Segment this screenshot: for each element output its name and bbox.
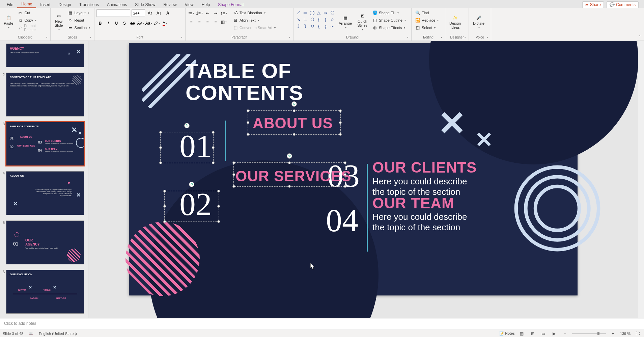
shape-outline-button[interactable]: ▢Shape Outline▾ <box>371 17 407 24</box>
slide-thumbnail-2[interactable]: CONTENTS OF THIS TEMPLATE Here's what yo… <box>6 73 84 116</box>
toc-number-04[interactable]: 04 <box>326 202 358 239</box>
char-spacing-button[interactable]: AV▾ <box>137 20 144 27</box>
find-button[interactable]: 🔍Find <box>414 9 440 16</box>
share-button[interactable]: ➦Share <box>582 1 604 8</box>
design-ideas-button[interactable]: ✨Design Ideas <box>447 9 463 35</box>
toc-number-02[interactable]: 02 <box>179 185 212 223</box>
tab-slideshow[interactable]: Slide Show <box>131 1 159 8</box>
numbering-button[interactable]: 1≡▾ <box>196 9 203 17</box>
tab-file[interactable]: File <box>3 1 17 8</box>
notes-toggle-button[interactable]: 📝 Notes <box>499 331 515 336</box>
status-language[interactable]: English (United States) <box>39 332 77 336</box>
font-color-button[interactable]: A▾ <box>161 20 169 27</box>
voice-group-label: Voice <box>471 35 489 40</box>
slide-thumbnail-3[interactable]: TABLE OF CONTENTS ✕✕ 01 ABOUT US 02 OUR … <box>6 122 84 166</box>
layout-button[interactable]: ▦Layout▾ <box>66 9 91 16</box>
reset-icon: ↺ <box>67 18 73 23</box>
tab-design[interactable]: Design <box>54 1 75 8</box>
underline-button[interactable]: U <box>113 20 120 27</box>
text-direction-button[interactable]: ↕AText Direction▾ <box>231 9 277 16</box>
reset-button[interactable]: ↺Reset <box>66 17 91 24</box>
increase-indent-button[interactable]: ⇥ <box>212 9 219 17</box>
copy-label: Copy <box>24 18 33 22</box>
font-name-input[interactable] <box>96 9 130 17</box>
zoom-in-button[interactable]: + <box>609 331 617 337</box>
desc-our-clients[interactable]: Here you could describe the topic of the… <box>372 176 467 197</box>
columns-button[interactable]: ▥▾ <box>220 18 227 26</box>
italic-button[interactable]: I <box>105 20 112 27</box>
slide-thumbnail-1[interactable]: AGENCY Here is where your presentation b… <box>6 44 84 67</box>
tab-transitions[interactable]: Transitions <box>75 1 103 8</box>
bullets-button[interactable]: •≡▾ <box>188 9 195 17</box>
toc-number-01[interactable]: 01 <box>179 127 212 165</box>
copy-button[interactable]: ⧉Copy▾ <box>16 17 48 24</box>
slideshow-view-button[interactable]: ▶ <box>551 331 558 337</box>
slide-thumbnail-5[interactable]: 01 OUR AGENCY You could enter a subtitle… <box>6 221 84 264</box>
new-slide-button[interactable]: ▭ New Slide▾ <box>53 9 65 35</box>
quick-styles-button[interactable]: ◩Quick Styles▾ <box>355 9 369 35</box>
section-button[interactable]: ☰Section▾ <box>66 24 91 31</box>
heading-about-us[interactable]: ABOUT US <box>253 115 333 132</box>
slide-thumbnail-6[interactable]: OUR EVOLUTION JUPITER VENUS SATURN NEPTU… <box>6 270 84 314</box>
change-case-button[interactable]: Aa▾ <box>145 20 152 27</box>
slide-thumbnail-4[interactable]: ABOUT US It could be the part of the pre… <box>6 171 84 215</box>
zoom-slider-thumb[interactable] <box>597 332 599 335</box>
collapse-ribbon-button[interactable]: ˄ <box>636 33 644 41</box>
shadow-button[interactable]: S <box>121 20 128 27</box>
fit-to-window-button[interactable]: ⛶ <box>634 331 641 337</box>
zoom-level[interactable]: 139 % <box>620 332 631 336</box>
zoom-slider[interactable] <box>572 333 606 334</box>
dictate-button[interactable]: 🎤Dictate▾ <box>471 9 486 35</box>
rotate-handle-icon[interactable]: ↻ <box>287 153 292 159</box>
decrease-indent-button[interactable]: ⇤ <box>204 9 211 17</box>
bold-button[interactable]: B <box>96 20 104 27</box>
slide-editor[interactable]: ✕ ✕ TABLE OF CONTENTS 01 02 03 04 ABOUT … <box>88 41 644 318</box>
tab-shape-format[interactable]: Shape Format <box>214 1 248 8</box>
slide-title[interactable]: TABLE OF CONTENTS <box>186 60 303 104</box>
spellcheck-icon[interactable]: 📖 <box>29 331 33 336</box>
line-spacing-button[interactable]: ↕≡▾ <box>220 9 227 17</box>
heading-our-services[interactable]: OUR SERVICES <box>235 168 352 185</box>
tab-home[interactable]: Home <box>17 0 36 8</box>
convert-smartart-button[interactable]: ⬚Convert to SmartArt▾ <box>231 24 277 31</box>
strikethrough-button[interactable]: ab <box>129 20 136 27</box>
desc-our-team[interactable]: Here you could describe the topic of the… <box>372 212 467 233</box>
shape-fill-button[interactable]: 🪣Shape Fill▾ <box>371 9 407 16</box>
slide-thumbnails-panel[interactable]: AGENCY Here is where your presentation b… <box>0 41 88 318</box>
cut-button[interactable]: ✂Cut <box>16 9 48 16</box>
comments-button[interactable]: 💬Comments <box>607 1 639 8</box>
align-left-button[interactable]: ≡ <box>188 18 195 26</box>
arrange-button[interactable]: ▦Arrange▾ <box>337 9 354 35</box>
svg-line-3 <box>142 54 190 101</box>
zoom-out-button[interactable]: − <box>561 331 569 337</box>
shape-effects-button[interactable]: ◎Shape Effects▾ <box>371 24 407 31</box>
cut-label: Cut <box>24 11 30 15</box>
select-button[interactable]: ⬚Select▾ <box>414 24 440 31</box>
notes-pane[interactable]: Click to add notes <box>0 318 644 330</box>
format-painter-button[interactable]: 🖌Format Painter <box>16 24 48 31</box>
align-text-button[interactable]: ⊟Align Text▾ <box>231 17 277 24</box>
paste-button[interactable]: 📋 Paste▾ <box>2 9 15 35</box>
align-center-button[interactable]: ≡ <box>196 18 203 26</box>
increase-font-button[interactable]: A↑ <box>146 9 154 17</box>
tab-insert[interactable]: Insert <box>36 1 54 8</box>
tab-animations[interactable]: Animations <box>103 1 131 8</box>
shapes-gallery[interactable]: ／▭◯△⇨⬠ ↘∟⬡{}☆ ⤴⤵⟲{}⋯ <box>296 9 335 35</box>
heading-our-team[interactable]: OUR TEAM <box>372 195 454 212</box>
tab-review[interactable]: Review <box>159 1 180 8</box>
replace-button[interactable]: 🔁Replace▾ <box>414 17 440 24</box>
slide-canvas[interactable]: ✕ ✕ TABLE OF CONTENTS 01 02 03 04 ABOUT … <box>129 43 578 295</box>
justify-button[interactable]: ≡ <box>212 18 219 26</box>
tab-view[interactable]: View <box>181 1 198 8</box>
normal-view-button[interactable]: ▦ <box>518 331 526 337</box>
heading-our-clients[interactable]: OUR CLIENTS <box>372 159 477 176</box>
font-size-input[interactable] <box>132 9 145 17</box>
sorter-view-button[interactable]: ⊞ <box>529 331 536 337</box>
clear-formatting-button[interactable]: A̷ <box>164 9 171 17</box>
highlight-button[interactable]: 🖍▾ <box>153 20 161 27</box>
reading-view-button[interactable]: ▭ <box>540 331 547 337</box>
align-right-button[interactable]: ≡ <box>204 18 211 26</box>
vertical-scrollbar[interactable] <box>638 41 644 318</box>
decrease-font-button[interactable]: A↓ <box>155 9 163 17</box>
tab-help[interactable]: Help <box>198 1 214 8</box>
